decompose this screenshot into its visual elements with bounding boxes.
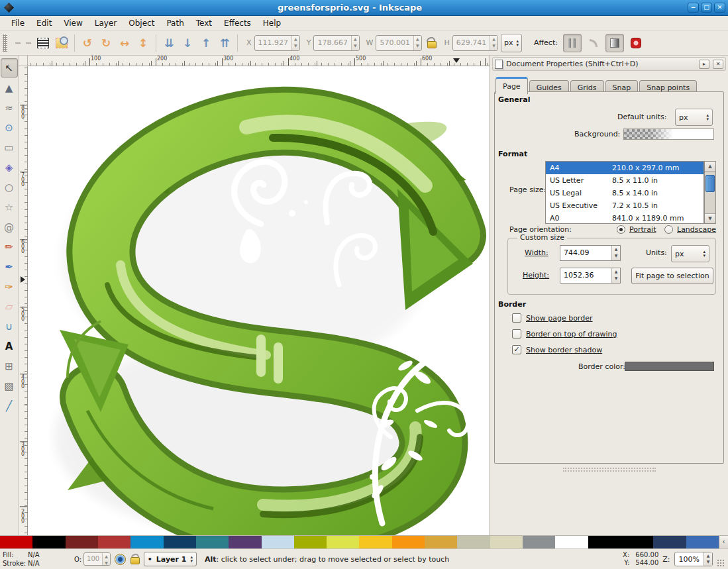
custom-height-field[interactable]: 1052.36 ▲▼ <box>560 268 621 284</box>
palette-swatch[interactable] <box>229 536 261 548</box>
units-dropdown[interactable]: px▴▾ <box>501 34 522 52</box>
menu-layer[interactable]: Layer <box>89 17 123 30</box>
fill-stroke-indicator[interactable]: Fill: N/A Stroke: N/A <box>3 550 54 568</box>
palette-swatch[interactable] <box>262 536 294 548</box>
menu-effects[interactable]: Effects <box>218 17 257 30</box>
scroll-down-icon[interactable]: ▼ <box>705 213 715 223</box>
palette-swatch[interactable] <box>457 536 490 548</box>
affect-gradients-toggle[interactable] <box>605 34 624 52</box>
rotate-ccw-button[interactable]: ↺ <box>79 34 95 52</box>
checkbox-label[interactable]: Show page border <box>526 314 592 323</box>
border-color-swatch[interactable] <box>625 362 714 371</box>
page-size-row[interactable]: A0841.0 x 1189.0 mm <box>546 212 703 224</box>
palette-swatch[interactable] <box>130 536 163 548</box>
height-field[interactable]: 629.741▲▼ <box>452 35 498 51</box>
palette-swatch[interactable] <box>392 536 425 548</box>
palette-swatch[interactable] <box>555 536 588 548</box>
raise-button[interactable]: ↑ <box>198 34 214 52</box>
checkbox-label[interactable]: Border on top of drawing <box>526 330 617 338</box>
scrollbar-thumb[interactable] <box>705 175 715 192</box>
portrait-label[interactable]: Portrait <box>629 225 656 234</box>
palette-swatch[interactable] <box>196 536 229 548</box>
artwork-s[interactable] <box>28 66 490 535</box>
tool-ellipse[interactable]: ○ <box>1 178 18 197</box>
x-field[interactable]: 111.927▲▼ <box>254 35 300 51</box>
spinner-arrows[interactable]: ▲▼ <box>291 36 299 50</box>
affect-patterns-toggle[interactable] <box>631 38 641 48</box>
raise-to-top-button[interactable]: ⇈ <box>217 34 233 52</box>
page-size-row[interactable]: A4210.0 x 297.0 mm <box>546 162 703 174</box>
palette-swatch[interactable] <box>490 536 523 548</box>
layer-visibility-eye-icon[interactable] <box>115 554 126 565</box>
palette-scroll-left-icon[interactable]: ‹ <box>719 536 728 548</box>
background-color-swatch[interactable] <box>623 129 714 140</box>
palette-swatch[interactable] <box>98 536 130 548</box>
menu-text[interactable]: Text <box>190 17 218 30</box>
affect-stroke-toggle[interactable] <box>563 34 582 52</box>
palette-swatch[interactable] <box>588 536 654 548</box>
window-resize-grip[interactable] <box>717 559 725 568</box>
maximize-button[interactable]: □ <box>701 3 712 13</box>
tool-dropper[interactable]: ╱ <box>1 396 18 415</box>
tool-box3d[interactable]: ◈ <box>1 158 18 177</box>
tool-connector[interactable]: ⊞ <box>1 356 18 376</box>
panel-close-button[interactable]: ✕ <box>713 60 723 69</box>
tool-pencil[interactable]: ✏ <box>1 237 18 256</box>
page-size-row[interactable]: US Letter8.5 x 11.0 in <box>546 174 703 187</box>
menu-file[interactable]: File <box>5 17 30 30</box>
panel-expand-button[interactable]: ▸ <box>699 60 709 69</box>
page-size-scrollbar[interactable]: ▲ ▼ <box>704 161 716 224</box>
palette-swatch[interactable] <box>686 536 719 548</box>
menu-object[interactable]: Object <box>123 17 160 30</box>
y-field[interactable]: 178.667▲▼ <box>313 35 359 51</box>
tool-spiral[interactable]: @ <box>1 217 18 236</box>
lock-ratio-icon[interactable] <box>426 37 437 49</box>
canvas[interactable] <box>28 66 490 535</box>
tool-gradient[interactable]: ▧ <box>1 376 18 395</box>
palette-swatch[interactable] <box>32 536 65 548</box>
palette-swatch[interactable] <box>359 536 391 548</box>
select-all-button[interactable] <box>35 34 51 52</box>
spinner-arrows[interactable]: ▲▼ <box>703 552 712 566</box>
checkbox-unchecked[interactable] <box>512 329 521 338</box>
page-size-list[interactable]: A4210.0 x 297.0 mmUS Letter8.5 x 11.0 in… <box>545 161 704 224</box>
spinner-arrows[interactable]: ▲▼ <box>490 36 497 50</box>
tool-calligraphy[interactable]: ✑ <box>1 277 18 296</box>
custom-units-dropdown[interactable]: px ▴▾ <box>671 245 709 262</box>
toolbar-grip[interactable] <box>3 34 7 52</box>
page-size-row[interactable]: US Executive7.2 x 10.5 in <box>546 199 703 212</box>
tool-text[interactable]: A <box>1 336 18 356</box>
tool-selector[interactable]: ↖ <box>1 58 18 78</box>
affect-corners-toggle[interactable] <box>584 34 603 52</box>
checkbox-checked[interactable]: ✓ <box>512 345 521 354</box>
default-units-dropdown[interactable]: px ▴▾ <box>675 109 713 126</box>
lower-to-bottom-button[interactable]: ⇊ <box>161 34 177 52</box>
spinner-arrows[interactable]: ▲▼ <box>611 268 620 283</box>
palette-swatch[interactable] <box>66 536 98 548</box>
spinner-arrows[interactable]: ▲▼ <box>611 246 620 260</box>
landscape-label[interactable]: Landscape <box>677 225 716 234</box>
tool-star[interactable]: ☆ <box>1 197 18 217</box>
tool-tweak[interactable]: ≈ <box>1 98 18 117</box>
checkbox-unchecked[interactable] <box>512 313 521 323</box>
portrait-radio[interactable] <box>617 225 625 234</box>
menu-view[interactable]: View <box>58 17 88 30</box>
spinner-arrows[interactable]: ▲▼ <box>413 36 421 50</box>
flip-vertical-button[interactable]: ↕ <box>135 34 151 52</box>
flip-horizontal-button[interactable]: ↔ <box>117 34 132 52</box>
spinner-arrows[interactable]: ▲▼ <box>102 553 110 565</box>
minimize-button[interactable]: − <box>688 3 699 13</box>
checkbox-label[interactable]: Show border shadow <box>526 346 602 354</box>
menu-path[interactable]: Path <box>160 17 189 30</box>
rotate-cw-button[interactable]: ↻ <box>98 34 114 52</box>
menu-edit[interactable]: Edit <box>30 17 58 30</box>
spinner-arrows[interactable]: ▲▼ <box>351 36 359 50</box>
landscape-radio[interactable] <box>664 225 673 234</box>
palette-swatch[interactable] <box>425 536 457 548</box>
lower-button[interactable]: ↓ <box>180 34 195 52</box>
menu-help[interactable]: Help <box>257 17 287 30</box>
zoom-selection-button[interactable] <box>54 34 70 52</box>
fit-page-button[interactable]: Fit page to selection <box>631 268 713 284</box>
width-field[interactable]: 570.001▲▼ <box>376 35 421 51</box>
horizontal-ruler[interactable]: 100200300400500600 <box>28 56 490 66</box>
